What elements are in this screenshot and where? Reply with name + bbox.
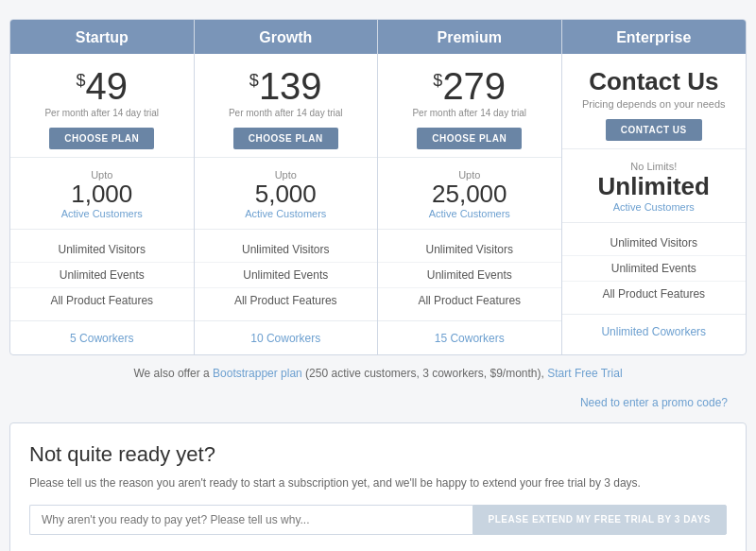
startup-price-section: $49 Per month after 14 day trial CHOOSE … bbox=[10, 54, 194, 158]
list-item: Unlimited Visitors bbox=[195, 237, 378, 263]
premium-customers: Upto 25,000 Active Customers bbox=[378, 158, 561, 230]
enterprise-unlimited: Unlimited bbox=[570, 172, 739, 201]
growth-title: Growth bbox=[195, 29, 378, 46]
not-ready-form: PLEASE EXTEND MY FREE TRIAL BY 3 DAYS bbox=[29, 505, 727, 535]
startup-price-label: Per month after 14 day trial bbox=[18, 108, 186, 118]
startup-number: 1,000 bbox=[18, 181, 186, 208]
list-item: Unlimited Events bbox=[10, 263, 194, 288]
plan-premium: Premium $279 Per month after 14 day tria… bbox=[378, 20, 562, 354]
startup-title: Startup bbox=[10, 29, 194, 46]
growth-features: Unlimited Visitors Unlimited Events All … bbox=[195, 230, 378, 321]
growth-choose-btn[interactable]: CHOOSE PLAN bbox=[233, 128, 338, 149]
premium-price: $279 bbox=[386, 67, 554, 105]
plan-startup: Startup $49 Per month after 14 day trial… bbox=[10, 20, 195, 354]
startup-coworkers: 5 Coworkers bbox=[10, 321, 194, 354]
list-item: All Product Features bbox=[378, 288, 561, 313]
premium-number: 25,000 bbox=[386, 181, 554, 208]
list-item: All Product Features bbox=[562, 282, 747, 306]
list-item: All Product Features bbox=[195, 288, 378, 313]
growth-coworkers-text: 10 Coworkers bbox=[250, 332, 320, 345]
enterprise-customers: No Limits! Unlimited Active Customers bbox=[562, 149, 747, 223]
premium-coworkers: 15 Coworkers bbox=[378, 321, 561, 354]
list-item: Unlimited Events bbox=[195, 263, 378, 288]
enterprise-price-section: Contact Us Pricing depends on your needs… bbox=[562, 54, 747, 149]
growth-price: $139 bbox=[202, 67, 370, 105]
list-item: Unlimited Events bbox=[378, 263, 561, 288]
bootstrapper-middle: (250 active customers, 3 coworkers, $9/m… bbox=[302, 367, 547, 380]
growth-number: 5,000 bbox=[202, 181, 370, 208]
enterprise-features: Unlimited Visitors Unlimited Events All … bbox=[562, 223, 747, 315]
growth-price-section: $139 Per month after 14 day trial CHOOSE… bbox=[195, 54, 378, 158]
enterprise-title: Enterprise bbox=[562, 29, 747, 46]
list-item: Unlimited Events bbox=[562, 256, 747, 282]
plan-enterprise: Enterprise Contact Us Pricing depends on… bbox=[562, 20, 747, 354]
list-item: Unlimited Visitors bbox=[562, 231, 747, 256]
startup-header: Startup bbox=[10, 20, 194, 54]
growth-customers: Upto 5,000 Active Customers bbox=[195, 158, 378, 230]
growth-price-label: Per month after 14 day trial bbox=[202, 108, 370, 118]
premium-coworkers-text: 15 Coworkers bbox=[435, 332, 505, 345]
plan-growth: Growth $139 Per month after 14 day trial… bbox=[195, 20, 379, 354]
enterprise-customers-label: Active Customers bbox=[570, 201, 739, 213]
start-trial-link[interactable]: Start Free Trial bbox=[547, 367, 622, 380]
premium-header: Premium bbox=[378, 20, 561, 54]
bootstrapper-link[interactable]: Bootstrapper plan bbox=[213, 367, 302, 380]
page-wrapper: Startup $49 Per month after 14 day trial… bbox=[0, 0, 756, 551]
not-ready-input[interactable] bbox=[29, 505, 472, 535]
startup-price: $49 bbox=[18, 67, 186, 105]
not-ready-description: Please tell us the reason you aren't rea… bbox=[29, 474, 727, 491]
list-item: Unlimited Visitors bbox=[378, 237, 561, 263]
plans-grid: Startup $49 Per month after 14 day trial… bbox=[9, 19, 747, 355]
list-item: Unlimited Visitors bbox=[10, 237, 194, 263]
premium-price-label: Per month after 14 day trial bbox=[386, 108, 554, 118]
enterprise-header: Enterprise bbox=[562, 20, 747, 54]
enterprise-contact-sublabel: Pricing depends on your needs bbox=[570, 98, 739, 110]
growth-customers-label: Active Customers bbox=[202, 208, 370, 219]
enterprise-contact-title: Contact Us bbox=[570, 67, 739, 96]
promo-code-section: Need to enter a promo code? bbox=[9, 391, 747, 419]
startup-features: Unlimited Visitors Unlimited Events All … bbox=[10, 230, 194, 321]
premium-price-section: $279 Per month after 14 day trial CHOOSE… bbox=[378, 54, 561, 158]
startup-customers: Upto 1,000 Active Customers bbox=[10, 158, 194, 230]
premium-customers-label: Active Customers bbox=[386, 208, 554, 219]
enterprise-coworkers-text: Unlimited Coworkers bbox=[601, 325, 706, 338]
premium-title: Premium bbox=[378, 29, 561, 46]
enterprise-contact-btn[interactable]: CONTACT US bbox=[606, 119, 702, 141]
growth-header: Growth bbox=[195, 20, 378, 54]
startup-coworkers-text: 5 Coworkers bbox=[70, 332, 133, 345]
growth-coworkers: 10 Coworkers bbox=[195, 321, 378, 354]
enterprise-no-limits: No Limits! bbox=[570, 161, 739, 172]
startup-choose-btn[interactable]: CHOOSE PLAN bbox=[49, 128, 154, 149]
premium-features: Unlimited Visitors Unlimited Events All … bbox=[378, 230, 561, 321]
enterprise-coworkers: Unlimited Coworkers bbox=[562, 315, 747, 348]
premium-choose-btn[interactable]: CHOOSE PLAN bbox=[417, 128, 522, 149]
bootstrapper-note: We also offer a Bootstrapper plan (250 a… bbox=[9, 355, 747, 391]
list-item: All Product Features bbox=[10, 288, 194, 313]
not-ready-section: Not quite ready yet? Please tell us the … bbox=[9, 422, 747, 551]
promo-code-link[interactable]: Need to enter a promo code? bbox=[580, 396, 728, 409]
extend-trial-button[interactable]: PLEASE EXTEND MY FREE TRIAL BY 3 DAYS bbox=[472, 505, 727, 535]
not-ready-title: Not quite ready yet? bbox=[29, 442, 727, 467]
bootstrapper-prefix: We also offer a bbox=[133, 367, 213, 380]
startup-customers-label: Active Customers bbox=[18, 208, 186, 219]
